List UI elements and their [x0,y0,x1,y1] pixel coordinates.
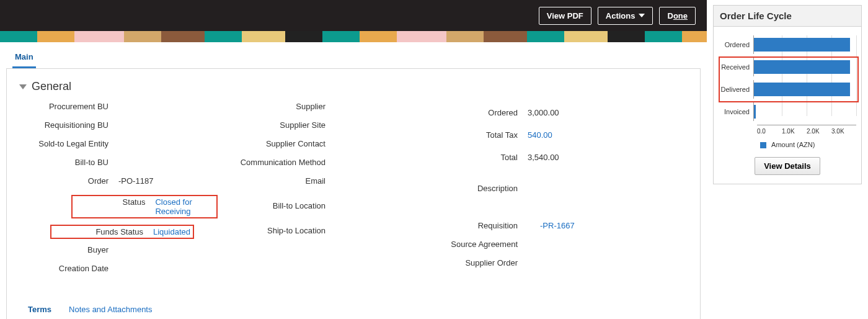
field-requisition: Requisition -PR-1667 [416,221,688,233]
section-title: General [32,80,71,93]
requisition-link[interactable]: -PR-1667 [540,221,575,230]
label: Supplier [230,102,335,111]
field-supplier-contact: Supplier Contact [230,139,404,151]
field-total: Total 3,540.00 [416,153,688,165]
tab-main[interactable]: Main [12,48,36,68]
chart-label: Received [719,63,753,71]
label: Bill-to BU [19,158,118,167]
value: 3,000.00 [528,108,559,117]
field-status: Status Closed for Receiving [71,195,218,218]
x-tick: 1.0K [782,128,807,135]
field-bill-to-loc: Bill-to Location [230,201,404,213]
field-order: Order -PO-1187 [19,176,218,189]
olc-title: Order Life Cycle [714,6,861,27]
content-box: General Procurement BU Requisitioning BU… [6,68,701,319]
chart-label: Delivered [719,86,753,93]
chart-row-invoiced: Invoiced [719,102,856,121]
sub-tab-notes[interactable]: Notes and Attachments [68,301,153,319]
field-supplier-site: Supplier Site [230,120,404,133]
label: Requisitioning BU [19,120,118,130]
chart-bar [754,105,756,119]
field-total-tax: Total Tax 540.00 [416,130,688,143]
value: -PO-1187 [118,176,153,186]
label: Requisition [416,221,528,230]
field-email: Email [230,176,404,189]
field-funds-status: Funds Status Liquidated [50,225,218,239]
sub-tab-terms[interactable]: Terms [27,301,53,319]
label: Status [75,197,155,207]
chart-row-received: Received [719,58,856,76]
label: Order [19,176,118,186]
label: Ordered [416,108,528,117]
x-axis: 0.01.0K2.0K3.0K [757,125,856,135]
collapse-icon [19,84,27,89]
chevron-down-icon [639,14,645,17]
label: Total [416,153,528,162]
label: Supplier Order [416,258,528,267]
label: Sold-to Legal Entity [19,139,118,148]
total-tax-link[interactable]: 540.00 [528,130,552,140]
field-source-agreement: Source Agreement [416,240,688,252]
view-pdf-button[interactable]: View PDF [539,7,591,25]
chart-label: Ordered [719,41,753,48]
label: Supplier Site [230,120,335,130]
view-details-button[interactable]: View Details [755,157,820,175]
done-button[interactable]: Done [659,7,696,25]
field-supplier-order: Supplier Order [416,258,688,271]
sub-tabs: Terms Notes and Attachments [19,301,688,319]
field-procurement-bu: Procurement BU [19,102,218,114]
label: Email [230,176,335,186]
label: Supplier Contact [230,139,335,148]
label: Creation Date [19,264,118,273]
status-link[interactable]: Closed for Receiving [155,197,214,216]
section-header[interactable]: General [19,80,688,93]
order-life-cycle-card: Order Life Cycle Ordered Received Delive… [713,5,862,184]
label: Bill-to Location [230,201,335,210]
field-creation-date: Creation Date [19,264,218,276]
label: Buyer [19,245,118,254]
chart-row-delivered: Delivered [719,80,856,99]
field-ship-to-loc: Ship-to Location [230,226,404,238]
x-tick: 0.0 [757,128,782,135]
field-buyer: Buyer [19,245,218,258]
chart-label: Invoiced [719,108,753,115]
label: Communication Method [230,158,335,167]
decorative-strip [0,31,707,42]
field-supplier: Supplier [230,102,404,114]
label: Total Tax [416,130,528,140]
field-requisitioning-bu: Requisitioning BU [19,120,218,133]
funds-status-link[interactable]: Liquidated [153,227,190,236]
actions-label: Actions [606,11,636,20]
actions-button[interactable]: Actions [598,7,653,25]
label: Description [416,184,528,193]
label: Source Agreement [416,240,528,249]
field-comm-method: Communication Method [230,158,404,170]
x-tick: 3.0K [831,128,856,135]
label: Funds Status [54,227,153,236]
header-bar: View PDF Actions Done [0,0,707,31]
x-tick: 2.0K [807,128,831,135]
label: Procurement BU [19,102,118,111]
chart-bar [754,60,850,74]
done-label: Done [667,11,688,20]
field-sold-to: Sold-to Legal Entity [19,139,218,151]
view-pdf-label: View PDF [547,11,583,20]
chart-row-ordered: Ordered [719,35,856,54]
field-ordered: Ordered 3,000.00 [416,108,688,120]
chart-legend: Amount (AZN) [719,141,856,148]
olc-chart: Ordered Received Delivered Invoiced 0.01… [719,35,856,135]
chart-bar [754,38,850,52]
field-description: Description [416,184,688,196]
tabs-row: Main [0,42,707,68]
label: Ship-to Location [230,226,335,235]
chart-bar [754,83,850,96]
value: 3,540.00 [528,153,559,162]
field-bill-to-bu: Bill-to BU [19,158,218,170]
legend-label: Amount (AZN) [771,141,815,148]
legend-swatch [760,142,766,148]
